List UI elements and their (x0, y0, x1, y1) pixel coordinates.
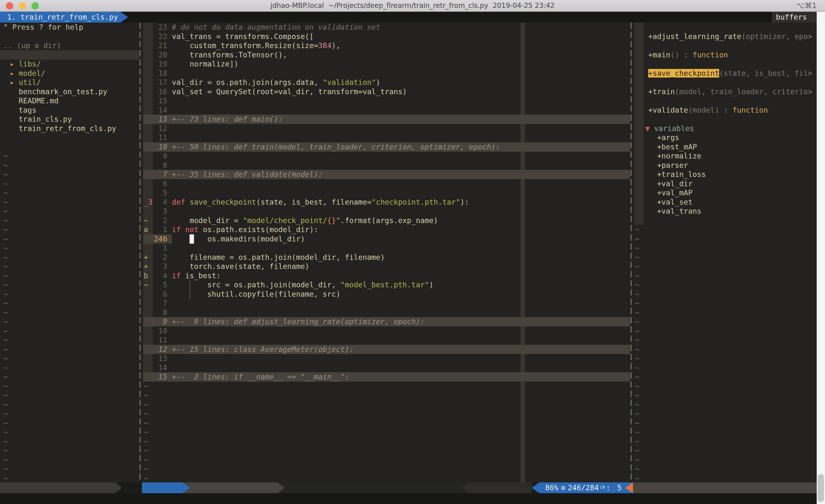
command-line[interactable] (0, 493, 817, 504)
code-line[interactable]: custom_transform.Resize(size=384), (172, 41, 340, 50)
scrollbar[interactable] (817, 12, 825, 504)
tagbar-tilde: ~ (635, 243, 640, 253)
fold-line[interactable]: 7+-- 35 lines: def validate(model): (143, 170, 630, 179)
code-line[interactable]: filename = os.path.join(model_dir, filen… (172, 253, 385, 262)
code-line[interactable]: if is_best: (172, 271, 221, 280)
line-number: 3 (143, 206, 167, 216)
buffers-arrow-separator (764, 12, 772, 22)
tagbar-tilde: ~ (635, 335, 640, 345)
line-number: 22 (143, 32, 167, 41)
tree-tilde: ~ (3, 464, 8, 474)
tree-tilde: ~ (3, 299, 8, 308)
fold-line[interactable]: 15+-- 2 lines: if __name__ == "__main__"… (143, 372, 630, 382)
status-bar: ~/Projects/deep_firearm +8 ~3 -3 master … (0, 482, 817, 493)
cursor (190, 234, 194, 244)
cursor-column: 5 (617, 482, 622, 493)
code-line[interactable]: shutil.copyfile(filename, src) (172, 289, 340, 299)
tree-item[interactable]: train_cls.py (19, 114, 72, 124)
tag-item[interactable]: ▼ variables (645, 124, 694, 133)
code-line[interactable]: def save_checkpoint(state, is_best, file… (172, 197, 469, 207)
code-line[interactable]: if not os.path.exists(model_dir): (172, 225, 318, 234)
tree-tilde: ~ (3, 308, 8, 317)
tag-item[interactable]: +validate(model) : function (648, 105, 768, 115)
tagbar-tilde: ~ (635, 345, 640, 354)
tag-item[interactable]: +train_loss (657, 170, 706, 179)
statusline-filename-segment: train_retr_from_cls.py python (278, 482, 469, 493)
tag-item[interactable]: +val_trans (657, 206, 701, 216)
tag-item[interactable]: +main() : function (648, 50, 728, 60)
lines-icon: ≡ (561, 482, 565, 493)
tree-item[interactable]: benchmark_on_test.py (19, 87, 107, 96)
window-separator[interactable] (630, 22, 632, 483)
tag-item[interactable]: +save_checkpoint(state, is_best, fil> (648, 69, 812, 78)
tag-item[interactable]: +val_mAP (657, 188, 693, 197)
tree-item[interactable]: ▸ model/ (10, 69, 46, 78)
tagbar-tilde: ~ (635, 234, 640, 244)
tagbar-tilde: ~ (635, 400, 640, 409)
tagbar-sign-column (634, 22, 644, 225)
code-line[interactable]: # do not do data augmentation on validat… (172, 22, 380, 32)
tag-item[interactable]: +train(model, train_loader, criterio> (648, 87, 812, 96)
tree-tilde: ~ (3, 335, 8, 345)
tree-item[interactable]: tags (19, 105, 36, 115)
tagbar-tilde: ~ (635, 271, 640, 280)
fold-line[interactable]: 13+-- 73 lines: def main(): (143, 114, 630, 124)
code-line[interactable]: src = os.path.join(model_dir, "model_bes… (172, 280, 434, 289)
line-number-icon: LN (600, 486, 604, 489)
tab-label: 1. train_retr_from_cls.py (7, 12, 118, 22)
powerline-arrow (183, 482, 190, 493)
tree-item[interactable]: ▸ libs/ (10, 59, 41, 69)
fold-line[interactable]: 12+-- 15 lines: class AverageMeter(objec… (143, 345, 630, 354)
fold-line[interactable]: 9+-- 9 lines: def adjust_learning_rate(o… (143, 317, 630, 326)
tree-tilde: ~ (3, 197, 8, 207)
code-line[interactable]: model_dir = "model/check_point/{}".forma… (172, 216, 438, 225)
tree-item[interactable]: " Press ? for help (3, 22, 83, 32)
code-line[interactable]: val_set = QuerySet(root=val_dir, transfo… (172, 87, 407, 96)
powerline-arrow-orange (625, 482, 633, 493)
window-separator[interactable] (140, 22, 141, 483)
tagbar-tilde: ~ (635, 474, 640, 483)
tagbar-tilde: ~ (635, 446, 640, 455)
tag-item[interactable]: +parser (657, 161, 688, 170)
tree-item[interactable]: .. (up a dir) (3, 41, 61, 50)
tag-item[interactable]: +normalize (657, 151, 701, 161)
code-tilde: ~ (144, 446, 148, 455)
tree-item[interactable]: ▸ util/ (10, 78, 41, 87)
tab-arrow-separator (120, 12, 128, 22)
tree-tilde: ~ (3, 400, 8, 409)
tree-tilde: ~ (3, 474, 8, 483)
fold-line[interactable]: 10+-- 50 lines: def train(model, train_l… (143, 142, 630, 152)
code-line[interactable]: val_trans = transforms.Compose([ (172, 32, 314, 41)
tree-tilde: ~ (3, 427, 8, 437)
scroll-percent: 86% (545, 482, 558, 493)
tag-item[interactable]: +adjust_learning_rate(optimizer, epo> (648, 32, 812, 41)
tree-tilde: ~ (3, 271, 8, 280)
tree-tilde: ~ (3, 161, 8, 170)
tagbar-tilde: ~ (635, 409, 640, 418)
scrollbar-thumb[interactable] (818, 474, 824, 502)
tag-item[interactable]: +val_set (657, 197, 693, 207)
tagbar-tilde: ~ (635, 225, 640, 234)
tagbar-tilde: ~ (635, 382, 640, 391)
code-line[interactable]: val_dir = os.path.join(args.data, "valid… (172, 78, 380, 87)
gutter-sign: b (144, 271, 148, 280)
tagbar-tilde: ~ (635, 437, 640, 446)
code-line[interactable]: transforms.ToTensor(), (172, 50, 287, 60)
gutter-sign: a (144, 225, 148, 234)
code-line[interactable]: normalize]) (172, 59, 238, 69)
tree-tilde: ~ (3, 363, 8, 372)
tree-tilde: ~ (3, 151, 8, 161)
tag-item[interactable]: +args (657, 133, 679, 142)
line-number: 7 (143, 299, 167, 308)
tag-item[interactable]: +best_mAP (657, 142, 697, 152)
gutter-sign: ~ (144, 216, 148, 225)
tag-item[interactable]: +val_dir (657, 179, 693, 188)
tagbar-tilde: ~ (635, 299, 640, 308)
line-number: 12 (143, 124, 167, 133)
code-line[interactable]: torch.save(state, filename) (172, 262, 309, 271)
tab-active[interactable]: 1. train_retr_from_cls.py (0, 12, 120, 22)
tree-item[interactable]: train_retr_from_cls.py (19, 124, 116, 133)
code-tilde: ~ (144, 409, 148, 418)
tree-item[interactable]: README.md (19, 96, 59, 105)
tagbar-tilde: ~ (635, 262, 640, 271)
